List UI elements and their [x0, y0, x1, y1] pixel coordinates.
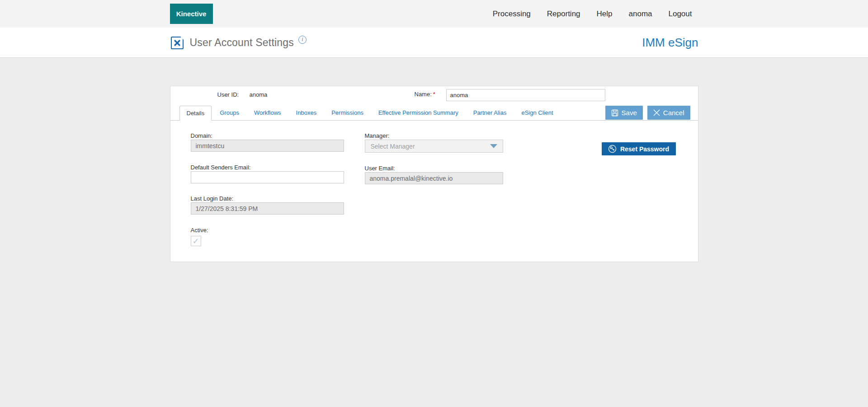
nav-item-username[interactable]: anoma: [629, 9, 652, 19]
active-checkbox[interactable]: ✓: [191, 236, 201, 246]
nav-item-help[interactable]: Help: [597, 9, 613, 19]
page-title: User Account Settings: [190, 37, 294, 49]
top-bar: Kinective Processing Reporting Help anom…: [0, 0, 868, 28]
save-floppy-icon: [611, 109, 618, 117]
key-reset-icon: [608, 145, 617, 153]
top-nav: Processing Reporting Help anoma Logout: [493, 9, 692, 19]
page-header: User Account Settings i IMM eSign: [0, 28, 868, 58]
chevron-down-icon: [490, 144, 497, 148]
manager-label: Manager:: [365, 132, 390, 139]
name-label: Name:*: [415, 91, 435, 98]
nav-item-logout[interactable]: Logout: [669, 9, 692, 19]
required-asterisk: *: [433, 91, 435, 98]
kinective-logo[interactable]: Kinective: [170, 4, 213, 24]
card-actions: Save Cancel: [605, 106, 690, 120]
nav-item-reporting[interactable]: Reporting: [547, 9, 580, 19]
tab-effective-permission-summary[interactable]: Effective Permission Summary: [372, 106, 465, 120]
info-icon[interactable]: i: [298, 36, 307, 44]
default-senders-email-label: Default Senders Email:: [191, 164, 251, 171]
cancel-button[interactable]: Cancel: [647, 106, 690, 120]
tab-partner-alias[interactable]: Partner Alias: [467, 106, 514, 120]
last-login-date-input: [191, 202, 344, 215]
user-id-value: anoma: [250, 91, 268, 98]
last-login-date-label: Last Login Date:: [191, 195, 234, 202]
save-button[interactable]: Save: [605, 106, 643, 120]
tab-permissions[interactable]: Permissions: [325, 106, 370, 120]
reset-password-button[interactable]: Reset Password: [602, 142, 676, 155]
user-settings-tools-icon: [171, 37, 184, 49]
tab-inboxes[interactable]: Inboxes: [289, 106, 324, 120]
tab-details[interactable]: Details: [179, 106, 212, 121]
cancel-x-icon: [653, 109, 660, 116]
user-id-label: User ID:: [217, 91, 239, 98]
manager-select-placeholder: Select Manager: [371, 143, 415, 150]
content-area: User ID: anoma Name:* Details Groups Wor…: [0, 58, 868, 262]
name-input[interactable]: [446, 89, 605, 101]
tab-groups[interactable]: Groups: [213, 106, 246, 120]
product-name: IMM eSign: [642, 36, 698, 50]
domain-input: [191, 140, 344, 152]
checkmark-icon: ✓: [192, 237, 199, 245]
user-account-card: User ID: anoma Name:* Details Groups Wor…: [170, 86, 698, 262]
user-email-input: [365, 172, 503, 184]
tab-esign-client[interactable]: eSign Client: [514, 106, 560, 120]
active-label: Active:: [191, 227, 208, 234]
tab-workflows[interactable]: Workflows: [247, 106, 288, 120]
manager-select[interactable]: Select Manager: [365, 140, 503, 153]
user-email-label: User Email:: [365, 165, 395, 172]
domain-label: Domain:: [191, 132, 212, 139]
nav-item-processing[interactable]: Processing: [493, 9, 531, 19]
default-senders-email-input[interactable]: [191, 171, 344, 183]
